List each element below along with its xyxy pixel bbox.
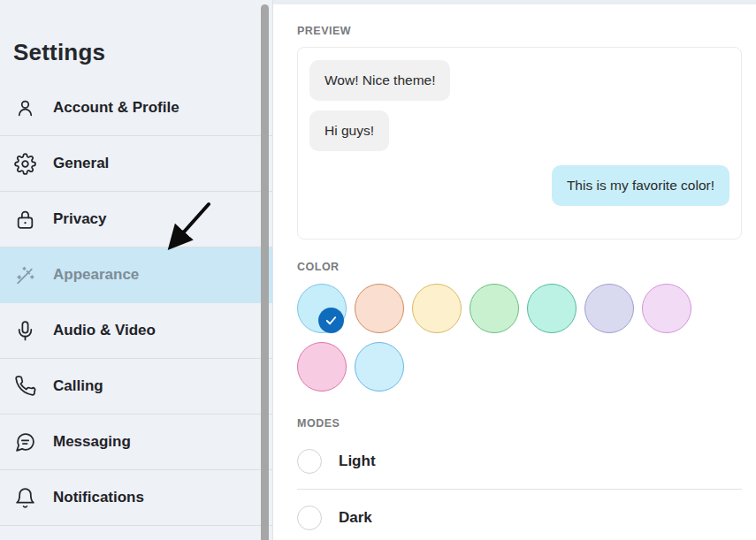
color-swatch-green[interactable] [470, 284, 519, 333]
phone-icon [13, 375, 36, 398]
color-swatch-yellow[interactable] [412, 284, 462, 333]
theme-preview-card: Wow! Nice theme! Hi guys! This is my fav… [297, 47, 742, 240]
sidebar-item-account-profile[interactable]: Account & Profile [0, 80, 272, 136]
sidebar-item-audio-video[interactable]: Audio & Video [0, 303, 272, 359]
lock-icon [13, 208, 36, 231]
mode-label: Dark [339, 509, 372, 527]
message-row: Hi guys! [309, 110, 729, 151]
light-mode-radio[interactable] [297, 449, 322, 474]
sidebar-item-label: Audio & Video [53, 322, 156, 339]
color-swatch-lavender[interactable] [584, 284, 634, 333]
page-title: Settings [0, 0, 272, 66]
modes-heading: MODES [297, 417, 756, 430]
sidebar-item-label: Account & Profile [53, 99, 179, 117]
message-row: Wow! Nice theme! [309, 60, 729, 101]
gear-icon [13, 152, 36, 175]
color-swatch-light-blue[interactable] [355, 342, 404, 392]
incoming-message-bubble: Hi guys! [309, 110, 389, 151]
sidebar-item-privacy[interactable]: Privacy [0, 192, 272, 247]
appearance-settings-panel: PREVIEW Wow! Nice theme! Hi guys! This i… [272, 0, 756, 540]
sidebar-item-label: Messaging [53, 433, 131, 451]
incoming-message-bubble: Wow! Nice theme! [309, 60, 450, 101]
sidebar-item-notifications[interactable]: Notifications [0, 470, 272, 526]
sidebar-item-label: Appearance [53, 266, 139, 284]
mode-label: Light [339, 453, 376, 470]
sidebar-item-calling[interactable]: Calling [0, 359, 272, 415]
color-swatch-peach[interactable] [355, 284, 404, 333]
color-swatch-grid [297, 284, 706, 392]
sidebar-item-label: Calling [53, 377, 103, 395]
sidebar-item-messaging[interactable]: Messaging [0, 415, 272, 470]
mode-option-dark[interactable]: Dark [297, 490, 742, 540]
mode-option-light[interactable]: Light [297, 434, 742, 490]
outgoing-message-bubble: This is my favorite color! [552, 165, 729, 206]
sidebar-item-label: Notifications [53, 489, 144, 506]
settings-sidebar: Settings Account & Profile General Priva… [0, 0, 272, 540]
microphone-icon [13, 319, 36, 342]
modes-list: Light Dark [297, 434, 742, 540]
sidebar-item-general[interactable]: General [0, 136, 272, 192]
color-swatch-mint[interactable] [527, 284, 577, 333]
settings-nav: Account & Profile General Privacy Appear… [0, 80, 272, 526]
sidebar-item-appearance[interactable]: Appearance [0, 247, 272, 303]
preview-heading: PREVIEW [297, 25, 756, 37]
dark-mode-radio[interactable] [297, 506, 322, 530]
bell-icon [13, 486, 36, 509]
sidebar-item-label: Privacy [53, 210, 107, 228]
selected-check-badge [318, 308, 344, 333]
color-heading: COLOR [297, 261, 756, 273]
sidebar-scrollbar[interactable] [261, 4, 269, 540]
check-icon [325, 314, 338, 327]
top-strip [273, 0, 756, 4]
user-icon [13, 96, 36, 119]
magic-wand-icon [13, 263, 36, 286]
color-swatch-pink[interactable] [297, 342, 347, 392]
message-bubble-icon [13, 430, 36, 453]
sidebar-item-label: General [53, 155, 109, 172]
message-row: This is my favorite color! [309, 165, 729, 206]
color-swatch-cyan[interactable] [297, 284, 347, 333]
color-swatch-orchid[interactable] [642, 284, 691, 333]
